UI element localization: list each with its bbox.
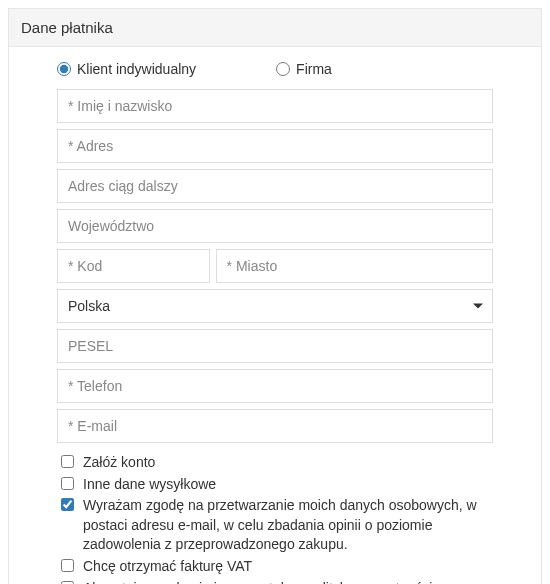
check-vat-invoice-label: Chcę otrzymać fakturę VAT	[83, 557, 493, 577]
city-field[interactable]	[216, 249, 493, 283]
check-vat-invoice-input[interactable]	[61, 559, 74, 572]
check-other-shipping[interactable]: Inne dane wysyłkowe	[57, 475, 493, 495]
name-field[interactable]	[57, 89, 493, 123]
email-field[interactable]	[57, 409, 493, 443]
country-select-wrap: Polska	[57, 289, 493, 323]
radio-individual[interactable]: Klient indywidualny	[57, 61, 196, 77]
country-select[interactable]: Polska	[57, 289, 493, 323]
check-accept-terms[interactable]: Akceptuję regulamin i przeczytałem polit…	[57, 579, 493, 584]
address2-field[interactable]	[57, 169, 493, 203]
radio-company-input[interactable]	[276, 62, 290, 76]
phone-field[interactable]	[57, 369, 493, 403]
checkbox-block: Załóż konto Inne dane wysyłkowe Wyrażam …	[57, 453, 493, 584]
zip-city-row	[57, 249, 493, 289]
check-consent-opinion-input[interactable]	[61, 498, 74, 511]
panel-title: Dane płatnika	[9, 9, 541, 47]
pesel-field[interactable]	[57, 329, 493, 363]
payer-data-panel: Dane płatnika Klient indywidualny Firma …	[8, 8, 542, 584]
address-field[interactable]	[57, 129, 493, 163]
radio-company[interactable]: Firma	[276, 61, 332, 77]
check-vat-invoice[interactable]: Chcę otrzymać fakturę VAT	[57, 557, 493, 577]
region-field[interactable]	[57, 209, 493, 243]
radio-company-label: Firma	[296, 61, 332, 77]
check-create-account-label: Załóż konto	[83, 453, 493, 473]
radio-individual-label: Klient indywidualny	[77, 61, 196, 77]
check-consent-opinion-label: Wyrażam zgodę na przetwarzanie moich dan…	[83, 496, 493, 555]
check-accept-terms-input[interactable]	[61, 581, 74, 584]
check-consent-opinion[interactable]: Wyrażam zgodę na przetwarzanie moich dan…	[57, 496, 493, 555]
panel-body: Klient indywidualny Firma Polska	[9, 47, 541, 584]
check-other-shipping-label: Inne dane wysyłkowe	[83, 475, 493, 495]
check-other-shipping-input[interactable]	[61, 477, 74, 490]
customer-type-radio-group: Klient indywidualny Firma	[57, 61, 493, 77]
check-create-account[interactable]: Załóż konto	[57, 453, 493, 473]
check-accept-terms-label: Akceptuję regulamin i przeczytałem polit…	[83, 579, 493, 584]
zip-field[interactable]	[57, 249, 210, 283]
check-create-account-input[interactable]	[61, 455, 74, 468]
radio-individual-input[interactable]	[57, 62, 71, 76]
